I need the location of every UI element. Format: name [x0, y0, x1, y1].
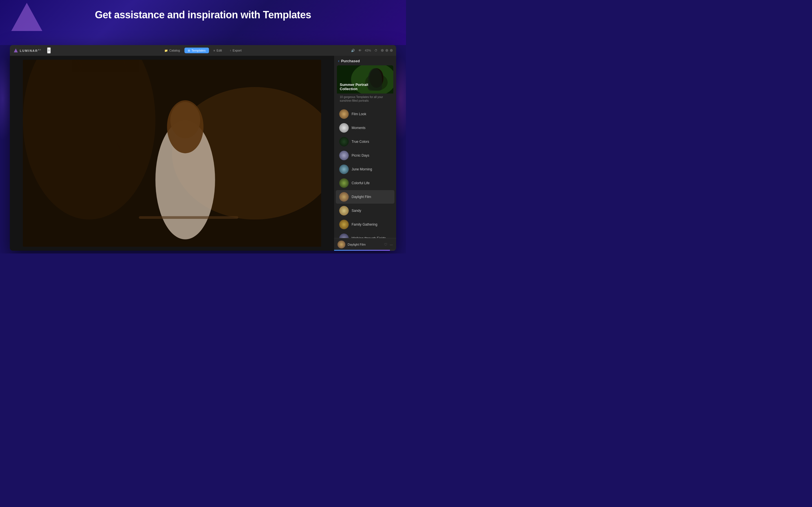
edit-tab[interactable]: ≡ Edit	[210, 48, 225, 53]
maximize-button[interactable]	[386, 49, 388, 52]
like-button[interactable]: ♡	[384, 242, 388, 247]
template-thumb-colorful-life	[339, 178, 349, 188]
template-thumb-img-picnic-days	[339, 151, 349, 160]
hero-background	[0, 0, 406, 45]
template-thumb-img-true-colors	[339, 137, 349, 147]
template-name-sandy: Sandy	[352, 209, 361, 213]
hero-title: Get assistance and inspiration with Temp…	[0, 9, 406, 21]
template-thumb-sandy	[339, 206, 349, 216]
bottom-actions: ♡ ···	[384, 242, 393, 247]
photo-svg-overlay	[23, 60, 321, 247]
catalog-tab[interactable]: 📁 Catalog	[161, 48, 183, 53]
template-slider-fill	[334, 250, 390, 251]
photo-container	[23, 60, 321, 247]
catalog-icon: 📁	[164, 49, 168, 52]
collection-description: 10 gorgeous Templates for all your sunsh…	[337, 94, 393, 105]
template-slider-track[interactable]	[334, 250, 396, 251]
sidebar: ‹ Purchased Summer Portrait Collection	[334, 56, 396, 251]
add-button[interactable]: +	[47, 47, 51, 54]
template-name-colorful-life: Colorful Life	[352, 181, 370, 185]
sidebar-bottom-bar: Daylight Film ♡ ···	[334, 238, 396, 251]
photo-display	[23, 60, 321, 247]
template-item-colorful-life[interactable]: Colorful Life	[336, 176, 395, 190]
template-name-picnic-days: Picnic Days	[352, 154, 369, 158]
template-name-film-look: Film Look	[352, 112, 366, 116]
speakers-button[interactable]: 🔊	[351, 49, 355, 52]
svg-marker-0	[14, 48, 18, 52]
template-item-june-morning[interactable]: June Morning	[336, 163, 395, 176]
templates-tab[interactable]: ⊞ Templates	[185, 48, 209, 53]
app-window: LUMINARAI + 📁 Catalog ⊞ Templates ≡ Edit…	[10, 45, 396, 251]
template-thumb-daylight-film	[339, 192, 349, 202]
template-item-daylight-film[interactable]: Daylight Film	[336, 190, 395, 204]
template-item-moments[interactable]: Moments	[336, 121, 395, 135]
template-name-june-morning: June Morning	[352, 167, 372, 171]
template-list[interactable]: Film LookMomentsTrue ColorsPicnic DaysJu…	[334, 107, 396, 251]
template-thumb-img-sandy	[339, 206, 349, 216]
template-name-moments: Moments	[352, 126, 365, 130]
template-name-true-colors: True Colors	[352, 140, 369, 144]
window-controls	[381, 49, 393, 52]
svg-rect-12	[139, 216, 238, 219]
template-thumb-img-moments	[339, 123, 349, 133]
template-thumb-moments	[339, 123, 349, 133]
active-template-name: Daylight Film	[348, 243, 382, 246]
template-thumb-img-colorful-life	[339, 178, 349, 188]
template-thumb-family-gathering	[339, 220, 349, 229]
template-item-film-look[interactable]: Film Look	[336, 107, 395, 121]
app-logo: LUMINARAI	[13, 48, 42, 53]
minimize-button[interactable]	[381, 49, 384, 52]
sidebar-title: Purchased	[341, 59, 360, 63]
template-name-family-gathering: Family Gathering	[352, 223, 377, 226]
edit-icon: ≡	[213, 49, 215, 52]
history-button[interactable]: ⏱	[374, 49, 377, 52]
main-area: ‹ Purchased Summer Portrait Collection	[10, 56, 396, 251]
template-name-daylight-film: Daylight Film	[352, 195, 371, 199]
luminar-logo-icon	[13, 48, 18, 53]
app-name: LUMINARAI	[20, 48, 42, 52]
close-button[interactable]	[390, 49, 393, 52]
collection-name: Summer Portrait Collection	[340, 82, 368, 91]
template-thumb-img-film-look	[339, 109, 349, 119]
eye-button[interactable]: 👁	[358, 49, 361, 52]
titlebar-right-controls: 🔊 👁 43% ⏱	[351, 49, 393, 52]
template-thumb-img-family-gathering	[339, 220, 349, 229]
svg-point-15	[365, 74, 388, 91]
template-item-sandy[interactable]: Sandy	[336, 204, 395, 217]
back-button[interactable]: ‹	[338, 59, 340, 63]
sidebar-header: ‹ Purchased	[334, 56, 396, 65]
templates-icon: ⊞	[188, 49, 190, 52]
collection-image: Summer Portrait Collection	[337, 65, 393, 94]
export-tab[interactable]: ↑ Export	[226, 48, 245, 53]
zoom-level[interactable]: 43%	[365, 49, 371, 52]
template-item-picnic-days[interactable]: Picnic Days	[336, 149, 395, 162]
titlebar: LUMINARAI + 📁 Catalog ⊞ Templates ≡ Edit…	[10, 45, 396, 56]
collection-card[interactable]: Summer Portrait Collection 10 gorgeous T…	[337, 65, 393, 105]
more-button[interactable]: ···	[390, 242, 393, 247]
template-thumb-june-morning	[339, 165, 349, 174]
template-thumb-img-june-morning	[339, 165, 349, 174]
template-thumb-picnic-days	[339, 151, 349, 160]
template-thumb-img-daylight-film	[339, 192, 349, 202]
active-template-thumb	[338, 240, 345, 248]
export-icon: ↑	[230, 49, 231, 52]
svg-point-16	[369, 68, 384, 88]
template-item-true-colors[interactable]: True Colors	[336, 135, 395, 149]
template-thumb-true-colors	[339, 137, 349, 147]
photo-area	[10, 56, 334, 251]
template-item-family-gathering[interactable]: Family Gathering	[336, 218, 395, 231]
titlebar-nav: 📁 Catalog ⊞ Templates ≡ Edit ↑ Export	[161, 48, 245, 53]
template-thumb-film-look	[339, 109, 349, 119]
